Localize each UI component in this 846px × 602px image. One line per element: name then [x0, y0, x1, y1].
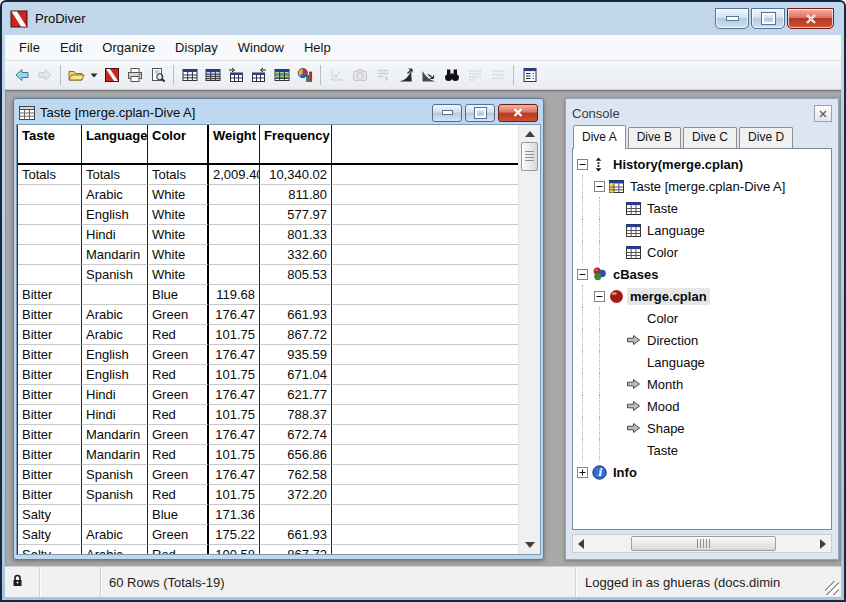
menu-organize[interactable]: Organize — [92, 37, 165, 58]
table-row[interactable]: MandarinWhite332.60 — [18, 245, 518, 265]
table-row[interactable]: SaltyArabicRed100.58867.72 — [18, 545, 518, 554]
table-row[interactable]: SaltyArabicGreen175.22661.93 — [18, 525, 518, 545]
table-row[interactable]: SaltyBlue171.36 — [18, 505, 518, 525]
tab-dive-a[interactable]: Dive A — [573, 125, 626, 149]
table-dense-button[interactable] — [201, 64, 224, 86]
tree-item-merge-cplan[interactable]: merge.cplan — [577, 285, 831, 307]
tree-item-month[interactable]: Month — [577, 373, 831, 395]
expand-minus-icon[interactable] — [577, 159, 588, 170]
tree-item-label[interactable]: cBases — [610, 266, 662, 283]
table-row[interactable]: BitterBlue119.68 — [18, 285, 518, 305]
open-folder-button[interactable] — [65, 64, 88, 86]
menu-help[interactable]: Help — [294, 37, 341, 58]
table-row[interactable]: BitterEnglishRed101.75671.04 — [18, 365, 518, 385]
table-row[interactable]: HindiWhite801.33 — [18, 225, 518, 245]
tab-dive-b[interactable]: Dive B — [628, 127, 681, 148]
table-insert-right-button[interactable] — [247, 64, 270, 86]
find-binoculars-button[interactable] — [440, 64, 463, 86]
horizontal-scrollbar[interactable] — [572, 534, 832, 553]
table-colored-button[interactable] — [270, 64, 293, 86]
expand-minus-icon[interactable] — [594, 181, 605, 192]
tree-item-color[interactable]: Color — [577, 241, 831, 263]
tree-item-taste-merge-cplan-dive-a[interactable]: Taste [merge.cplan-Dive A] — [577, 175, 831, 197]
dive-window-titlebar[interactable]: Taste [merge.cplan-Dive A] — [16, 101, 541, 124]
tab-dive-d[interactable]: Dive D — [739, 127, 793, 148]
menu-display[interactable]: Display — [165, 37, 228, 58]
tree-item-info[interactable]: iInfo — [577, 461, 831, 483]
tree-item-cbases[interactable]: cBases — [577, 263, 831, 285]
print-preview-button[interactable] — [146, 64, 169, 86]
vertical-scrollbar[interactable] — [518, 125, 540, 554]
vertical-scrollbar-thumb[interactable] — [521, 142, 538, 171]
table-plain-button[interactable] — [178, 64, 201, 86]
expand-minus-icon[interactable] — [594, 291, 605, 302]
table-row[interactable]: BitterSpanishGreen176.47762.58 — [18, 465, 518, 485]
tree-item-label[interactable]: Info — [610, 464, 640, 481]
tree-item-label[interactable]: Color — [644, 310, 681, 327]
table-row[interactable]: SpanishWhite805.53 — [18, 265, 518, 285]
tree-item-language[interactable]: Language — [577, 219, 831, 241]
tree-item-label[interactable]: Taste — [644, 200, 681, 217]
table-row[interactable]: ArabicWhite811.80 — [18, 185, 518, 205]
tree-item-label[interactable]: Shape — [644, 420, 688, 437]
table-insert-left-button[interactable] — [224, 64, 247, 86]
tree-item-history-merge-cplan[interactable]: History(merge.cplan) — [577, 153, 831, 175]
prodiver-flag-button[interactable] — [100, 64, 123, 86]
column-header-taste[interactable]: Taste — [18, 125, 82, 163]
tab-dive-c[interactable]: Dive C — [683, 127, 737, 148]
table-row[interactable]: BitterHindiGreen176.47621.77 — [18, 385, 518, 405]
menu-edit[interactable]: Edit — [50, 37, 92, 58]
tree-item-label[interactable]: Language — [644, 354, 708, 371]
table-row[interactable]: BitterArabicGreen176.47661.93 — [18, 305, 518, 325]
back-arrow-button[interactable] — [10, 64, 33, 86]
column-header-weight[interactable]: Weight — [209, 125, 260, 163]
tree-item-label[interactable]: merge.cplan — [627, 288, 710, 305]
tree-item-label[interactable]: Language — [644, 222, 708, 239]
tree-item-label[interactable]: Taste — [644, 442, 681, 459]
sort-ascending-button[interactable] — [394, 64, 417, 86]
column-header-color[interactable]: Color — [148, 125, 209, 163]
column-header-frequency[interactable]: Frequency — [260, 125, 332, 163]
properties-button[interactable] — [518, 64, 541, 86]
tree-item-taste[interactable]: Taste — [577, 197, 831, 219]
tree-item-color[interactable]: Color — [577, 307, 831, 329]
tree-item-label[interactable]: Taste [merge.cplan-Dive A] — [627, 178, 788, 195]
menu-file[interactable]: File — [9, 37, 50, 58]
dive-maximize-button[interactable] — [465, 104, 495, 122]
tree-item-label[interactable]: Month — [644, 376, 686, 393]
column-header-language[interactable]: Language — [82, 125, 148, 163]
dive-minimize-button[interactable] — [432, 104, 462, 122]
charts-button[interactable] — [293, 64, 316, 86]
maximize-button[interactable] — [751, 8, 785, 29]
tree-item-taste[interactable]: Taste — [577, 439, 831, 461]
tree-item-label[interactable]: Mood — [644, 398, 683, 415]
dropdown-caret-button[interactable] — [88, 64, 100, 86]
scroll-right-icon[interactable] — [820, 539, 826, 549]
tree-item-language[interactable]: Language — [577, 351, 831, 373]
expand-plus-icon[interactable] — [577, 467, 588, 478]
expand-minus-icon[interactable] — [577, 269, 588, 280]
scroll-down-icon[interactable] — [525, 542, 535, 548]
tree-item-label[interactable]: Color — [644, 244, 681, 261]
table-row[interactable]: BitterMandarinGreen176.47672.74 — [18, 425, 518, 445]
tree-item-direction[interactable]: Direction — [577, 329, 831, 351]
menu-window[interactable]: Window — [228, 37, 294, 58]
console-close-button[interactable] — [814, 105, 832, 122]
print-button[interactable] — [123, 64, 146, 86]
sort-descending-button[interactable] — [417, 64, 440, 86]
tree-item-shape[interactable]: Shape — [577, 417, 831, 439]
horizontal-scrollbar-thumb[interactable] — [631, 536, 776, 551]
minimize-button[interactable] — [715, 8, 749, 29]
table-row[interactable]: BitterHindiRed101.75788.37 — [18, 405, 518, 425]
table-row[interactable]: BitterMandarinRed101.75656.86 — [18, 445, 518, 465]
table-row[interactable]: BitterEnglishGreen176.47935.59 — [18, 345, 518, 365]
table-row[interactable]: BitterArabicRed101.75867.72 — [18, 325, 518, 345]
tree-item-label[interactable]: History(merge.cplan) — [610, 156, 746, 173]
close-button[interactable] — [787, 8, 834, 29]
table-row[interactable]: TotalsTotalsTotals2,009.4010,340.02 — [18, 165, 518, 185]
table-row[interactable]: BitterSpanishRed101.75372.20 — [18, 485, 518, 505]
dive-close-button[interactable] — [498, 104, 538, 122]
scroll-left-icon[interactable] — [578, 539, 584, 549]
tree-item-label[interactable]: Direction — [644, 332, 701, 349]
titlebar[interactable]: ProDiver — [2, 2, 844, 35]
